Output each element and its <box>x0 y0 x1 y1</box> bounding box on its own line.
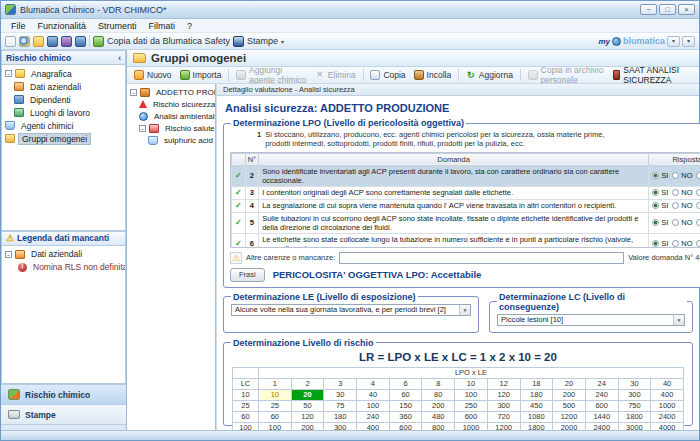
groups-tree-item-analisi-ambientali[interactable]: Analisi ambientali <box>127 110 215 122</box>
save-as-icon[interactable] <box>75 36 86 47</box>
menu-item-file[interactable]: File <box>5 20 32 32</box>
radio-no[interactable]: NO <box>672 171 692 180</box>
sidebar-item-luoghi-di-lavoro[interactable]: Luoghi di lavoro <box>2 106 125 119</box>
incolla-button[interactable]: Incolla <box>411 69 455 81</box>
question-row[interactable]: ✓4La segnalazione di cui sopra viene man… <box>232 199 700 212</box>
search-icon[interactable] <box>19 36 30 47</box>
legend-group-item[interactable]: - Dati aziendali <box>2 248 125 261</box>
groups-tree-item-rischio-salute[interactable]: -Rischio salute <box>127 122 215 134</box>
brand-area: my blumatica ▾ ▾ <box>598 36 695 47</box>
tree-label: Agenti chimici <box>18 121 76 131</box>
tab-dettaglio-valutazione[interactable]: Dettaglio valutazione - Analisi sicurezz… <box>223 85 355 94</box>
le-select[interactable]: Alcune volte nella sua giornata lavorati… <box>231 304 471 316</box>
frasi-button[interactable]: Frasi <box>230 268 265 282</box>
radio-si[interactable]: SI <box>652 239 668 248</box>
legend-missing-label: Nomina RLS non definita <box>30 262 126 272</box>
lc-select[interactable]: Piccole lesioni [10] ▼ <box>497 314 685 326</box>
sidebar-item-gruppi-omogenei[interactable]: Gruppi omogenei <box>2 132 125 145</box>
menu-item-filmati[interactable]: Filmati <box>143 20 182 32</box>
maximize-button[interactable]: □ <box>659 4 676 15</box>
detail-panel: Dettaglio valutazione - Analisi sicurezz… <box>216 84 699 430</box>
saat-button[interactable]: SAAT ANALISI SICUREZZA <box>610 64 695 86</box>
matrix-col-header: 6 <box>389 378 422 389</box>
save-icon[interactable] <box>47 36 58 47</box>
groups-tree-item-addetto-produzione[interactable]: -ADDETTO PRODUZIONE <box>127 86 215 98</box>
matrix-row: 10102030406080100120180200240300400 <box>233 389 684 400</box>
lc-section: Determinazione LC (Livello di conseguenz… <box>489 292 693 333</box>
sidebar-item-anagrafica[interactable]: -Anagrafica <box>2 67 125 80</box>
tree-label: Gruppi omogenei <box>18 133 91 145</box>
importa-icon <box>180 70 190 80</box>
legend-missing-item[interactable]: Nomina RLS non definita <box>2 261 125 274</box>
groups-icon <box>5 134 15 143</box>
tree-expander-icon[interactable]: - <box>130 89 137 96</box>
radio-no[interactable]: NO <box>672 239 692 248</box>
new-document-icon[interactable] <box>5 36 16 47</box>
matrix-row: 252550751001502002503004505006007501000 <box>233 400 684 411</box>
save-all-icon[interactable] <box>61 36 72 47</box>
menu-item-item[interactable]: ? <box>181 20 198 32</box>
aggiorna-button[interactable]: Aggiorna <box>463 69 516 81</box>
close-button[interactable]: × <box>678 4 695 15</box>
radio-si[interactable]: SI <box>652 218 668 227</box>
answer-radios: SINON.P <box>649 186 700 199</box>
menu-item-strumenti[interactable]: Strumenti <box>92 20 143 32</box>
groups-tree-item-rischio-sicurezza[interactable]: Rischio sicurezza <box>127 98 215 110</box>
toolbar-separator <box>228 69 229 81</box>
minimize-button[interactable]: − <box>640 4 657 15</box>
copia-label: Copia <box>383 70 405 80</box>
group-icon <box>140 88 150 97</box>
radio-n-p[interactable]: N.P <box>696 239 700 248</box>
sidebar-item-dipendenti[interactable]: Dipendenti <box>2 93 125 106</box>
importa-button[interactable]: Importa <box>177 69 225 81</box>
copia-button[interactable]: Copia <box>367 69 408 81</box>
tree-expander-icon[interactable]: - <box>5 251 12 258</box>
question-text: Sono identificate inventariati agli ACP … <box>259 165 649 186</box>
matrix-cell: 480 <box>422 411 455 422</box>
answer-radios: SINON.P <box>649 233 700 248</box>
copy-data-button[interactable]: Copia dati da Blumatica Safety <box>93 36 230 47</box>
question-row[interactable]: ✓3I contenitori originali degli ACP sono… <box>232 186 700 199</box>
matrix-corner <box>233 367 259 378</box>
matrix-cell: 1080 <box>520 411 553 422</box>
radio-si[interactable]: SI <box>652 171 668 180</box>
chevron-down-icon: ▾ <box>281 38 284 45</box>
matrix-cell: 20 <box>291 389 324 400</box>
question-number: 6 <box>245 233 258 248</box>
brand-menu-button-2[interactable]: ▾ <box>682 36 695 47</box>
radio-no[interactable]: NO <box>672 201 692 210</box>
chevron-down-icon: ▼ <box>673 315 684 325</box>
question-row[interactable]: ✓2Sono identificate inventariati agli AC… <box>232 165 700 186</box>
radio-si[interactable]: SI <box>652 201 668 210</box>
sidebar-item-agenti-chimici[interactable]: Agenti chimici <box>2 119 125 132</box>
tree-expander-icon[interactable]: - <box>139 125 146 132</box>
nuovo-button[interactable]: Nuovo <box>131 69 175 81</box>
nav-button-rischio-chimico[interactable]: Rischio chimico <box>1 384 126 404</box>
aggiungi-agente-chimico-icon <box>236 70 246 80</box>
groups-tree-item-sulphuric-acid-50[interactable]: sulphuric acid 50 % <box>127 134 215 146</box>
radio-si[interactable]: SI <box>652 188 668 197</box>
other-deficiencies-input[interactable] <box>339 252 624 264</box>
lc-value: Piccole lesioni [10] <box>498 315 673 324</box>
radio-no[interactable]: NO <box>672 188 692 197</box>
question-row[interactable]: ✓6Le etichette sono state collocate lung… <box>232 233 700 248</box>
menu-item-funzionalit[interactable]: Funzionalità <box>32 20 93 32</box>
navigation-tree: -AnagraficaDati aziendaliDipendentiLuogh… <box>1 65 126 231</box>
radio-n-p[interactable]: N.P <box>696 171 700 180</box>
radio-n-p[interactable]: N.P <box>696 201 700 210</box>
radio-n-p[interactable]: N.P <box>696 188 700 197</box>
stampe-button[interactable]: Stampe ▾ <box>233 36 284 47</box>
tree-expander-icon[interactable]: - <box>5 70 12 77</box>
radio-n-p[interactable]: N.P <box>696 218 700 227</box>
radio-no[interactable]: NO <box>672 218 692 227</box>
open-folder-icon[interactable] <box>33 36 44 47</box>
collapse-panel-icon[interactable]: ‹ <box>118 53 121 63</box>
brand-menu-button-1[interactable]: ▾ <box>667 36 680 47</box>
le-section: Determinazione LE (Livello di esposizion… <box>223 292 479 333</box>
company-data-icon <box>15 250 25 259</box>
question-number: 3 <box>245 186 258 199</box>
question-row[interactable]: ✓5Sulle tubazioni in cui scorrono degli … <box>232 212 700 233</box>
elimina-label: Elimina <box>328 70 356 80</box>
nav-button-stampe[interactable]: Stampe <box>1 404 126 424</box>
sidebar-item-dati-aziendali[interactable]: Dati aziendali <box>2 80 125 93</box>
